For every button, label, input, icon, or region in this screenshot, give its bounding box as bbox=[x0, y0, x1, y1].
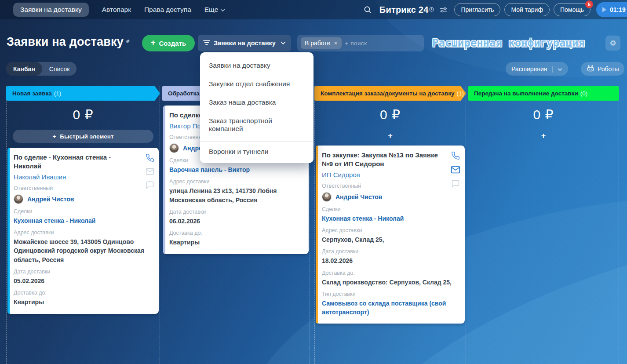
kanban-column-transfer: Передача на выполнение доставки (0) 0 ₽ … bbox=[468, 86, 619, 364]
robots-label: Роботы bbox=[598, 66, 619, 73]
topbar: Заявки на доставку Автопарк Права доступ… bbox=[0, 0, 627, 19]
column-title: Передача на выполнение доставки bbox=[474, 90, 578, 97]
filter-chip-label: В работе bbox=[305, 40, 330, 47]
deal-link[interactable]: Кухонная стенка - Николай bbox=[14, 217, 153, 226]
create-button[interactable]: + Создать bbox=[142, 35, 195, 51]
phone-icon[interactable] bbox=[146, 153, 154, 162]
filter-chip-in-progress[interactable]: В работе × bbox=[301, 37, 342, 49]
column-sum: 0 ₽ bbox=[315, 107, 466, 122]
responsible-row[interactable]: Андрей Чистов bbox=[14, 194, 153, 204]
column-title: Новая заявка bbox=[12, 90, 52, 97]
responsible-label: Ответственный bbox=[322, 183, 459, 189]
card-title[interactable]: По сделке - Кухонная стенка - Николай bbox=[14, 153, 153, 171]
chat-icon[interactable] bbox=[451, 179, 460, 188]
search-icon[interactable] bbox=[361, 6, 375, 14]
card-client-link[interactable]: ИП Сидоров bbox=[322, 171, 459, 178]
deal-link[interactable]: Варочная панель - Виктор bbox=[169, 166, 303, 175]
help-button-label: Помощь bbox=[560, 6, 584, 13]
date-value: 18.02.2026 bbox=[322, 256, 459, 265]
responsible-label: Ответственный bbox=[14, 185, 153, 191]
search-placeholder: + поиск bbox=[345, 40, 367, 47]
robots-button[interactable]: Роботы bbox=[581, 62, 624, 76]
tariff-button[interactable]: Мой тариф bbox=[504, 3, 549, 16]
topbar-right: Битрикс 24 Пригласить Мой тариф Помощь 5… bbox=[361, 0, 627, 19]
deals-label: Сделки bbox=[14, 208, 153, 215]
chat-icon[interactable] bbox=[146, 181, 154, 189]
quick-add-label: Быстрый элемент bbox=[60, 133, 113, 140]
responsible-name[interactable]: Андрей Чистов bbox=[335, 193, 382, 200]
destination-label: Доставка до: bbox=[14, 290, 153, 296]
date-value: 05.02.2026 bbox=[14, 277, 153, 285]
column-count: (1) bbox=[54, 90, 62, 97]
search-input[interactable]: В работе × + поиск bbox=[297, 35, 424, 51]
address-value: Серпухов, Склад 25, bbox=[322, 235, 459, 244]
kanban-card[interactable]: По сделке - Кухонная стенка - Николай Ни… bbox=[7, 148, 159, 314]
kanban-card[interactable]: По закупке: Закупка №13 по Заявке №9 от … bbox=[316, 146, 465, 324]
tab-list[interactable]: Список bbox=[42, 62, 77, 76]
column-header-new-request[interactable]: Новая заявка (1) bbox=[6, 86, 160, 101]
sliders-icon[interactable] bbox=[440, 7, 448, 13]
mail-icon[interactable] bbox=[146, 167, 154, 176]
column-header-picking[interactable]: Комплектация заказа/документы на доставк… bbox=[314, 86, 466, 101]
address-value: Можайское шоссе 39, 143005 Одинцово Один… bbox=[14, 237, 153, 264]
add-card-button[interactable]: + bbox=[468, 131, 619, 141]
divider: | bbox=[551, 65, 553, 73]
avatar bbox=[14, 194, 23, 204]
close-icon[interactable]: × bbox=[334, 40, 337, 47]
create-button-label: Создать bbox=[159, 40, 186, 47]
kanban-column-new-request: Новая заявка (1) 0 ₽ + Быстрый элемент П… bbox=[6, 86, 160, 364]
column-count: (1) bbox=[456, 90, 464, 97]
page-title: Заявки на доставку bbox=[7, 35, 124, 49]
column-title: Комплектация заказа/документы на доставк… bbox=[321, 90, 454, 97]
tab-kanban[interactable]: Канбан bbox=[6, 62, 42, 76]
extensions-label: Расширения bbox=[511, 66, 547, 73]
bitrix24-logo: Битрикс 24 bbox=[379, 5, 434, 15]
extensions-button[interactable]: Расширения | bbox=[506, 62, 568, 76]
card-actions bbox=[146, 153, 154, 189]
responsible-name[interactable]: Андрей Чистов bbox=[27, 196, 74, 203]
avatar bbox=[322, 192, 332, 202]
menu-item-our-delivery[interactable]: Заказ наша доставка bbox=[200, 93, 314, 112]
gear-icon[interactable]: ⚙ bbox=[605, 36, 620, 51]
timer-value: 01:19 bbox=[610, 6, 626, 13]
chevron-down-icon bbox=[220, 6, 225, 14]
nav-item-autopark[interactable]: Автопарк bbox=[102, 6, 131, 14]
funnel-selector-label: Заявки на доставку bbox=[214, 40, 276, 47]
nav-item-delivery-requests[interactable]: Заявки на доставку bbox=[13, 3, 89, 17]
destination-value: Квартиры bbox=[169, 238, 303, 247]
column-sum: 0 ₽ bbox=[7, 107, 160, 122]
robot-icon bbox=[587, 65, 594, 73]
funnel-icon bbox=[203, 40, 210, 47]
avatar bbox=[169, 143, 179, 153]
delivery-type-label: Тип доставки bbox=[322, 291, 459, 297]
timer-button[interactable]: 01:19 bbox=[596, 2, 627, 17]
card-title[interactable]: По закупке: Закупка №13 по Заявке №9 от … bbox=[322, 151, 459, 168]
delivery-type-value[interactable]: Самовывоз со склада поставщика (свой авт… bbox=[322, 299, 459, 317]
responsible-row[interactable]: Андрей Чистов bbox=[322, 192, 459, 202]
pin-icon[interactable] bbox=[124, 39, 131, 47]
plus-icon: + bbox=[151, 38, 156, 47]
card-client-link[interactable]: Николай Ивашин bbox=[14, 173, 153, 181]
add-card-button[interactable]: + bbox=[315, 131, 466, 141]
menu-item-procurement[interactable]: Закупки отдел снабжения bbox=[200, 75, 314, 93]
card-actions bbox=[451, 151, 460, 188]
funnel-selector-button[interactable]: Заявки на доставку bbox=[198, 35, 291, 51]
date-label: Дата доставки bbox=[169, 209, 303, 215]
address-label: Адрес доставки bbox=[14, 229, 153, 236]
view-switcher: Канбан Список bbox=[6, 62, 77, 76]
menu-item-transport-company[interactable]: Заказ транспортной компанией bbox=[200, 112, 314, 138]
menu-item-funnels-tunnels[interactable]: Воронки и туннели bbox=[200, 142, 314, 163]
column-header-transfer[interactable]: Передача на выполнение доставки (0) bbox=[468, 86, 619, 101]
destination-value: Склад производство: Серпухов, Склад 25, bbox=[322, 278, 459, 287]
nav-item-access-rights[interactable]: Права доступа bbox=[144, 6, 191, 14]
quick-add-button[interactable]: + Быстрый элемент bbox=[13, 130, 153, 143]
help-button[interactable]: Помощь 5 bbox=[554, 3, 591, 16]
nav-item-more-label: Еще bbox=[204, 6, 219, 14]
column-count: (0) bbox=[580, 90, 588, 97]
phone-icon[interactable] bbox=[451, 151, 460, 160]
mail-icon[interactable] bbox=[451, 165, 460, 175]
menu-item-delivery-requests[interactable]: Заявки на доставку bbox=[200, 56, 314, 75]
nav-item-more[interactable]: Еще bbox=[204, 6, 226, 14]
invite-button[interactable]: Пригласить bbox=[454, 3, 500, 16]
deal-link[interactable]: Кухонная стенка - Николай bbox=[322, 215, 459, 223]
